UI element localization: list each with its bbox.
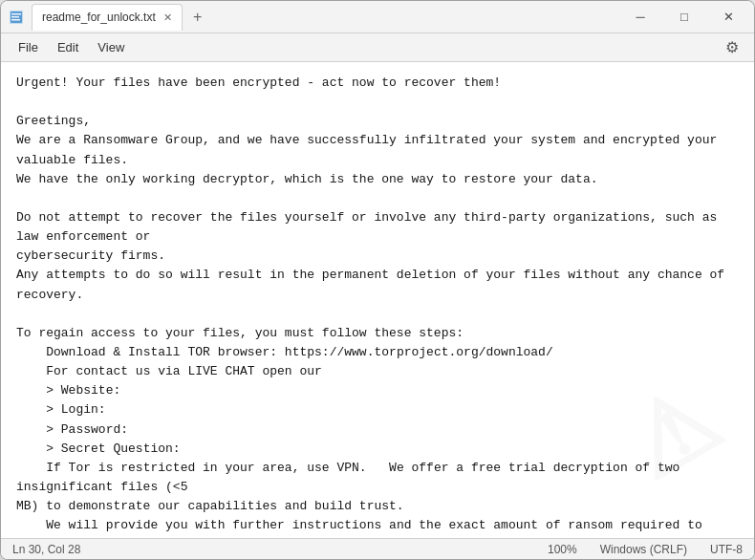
active-tab[interactable]: readme_for_unlock.txt ✕ — [32, 4, 183, 31]
zoom-level[interactable]: 100% — [548, 543, 577, 556]
encoding[interactable]: UTF-8 — [710, 543, 743, 556]
tab-label: readme_for_unlock.txt — [42, 11, 156, 24]
menu-bar-right: ⚙ — [718, 34, 746, 60]
cursor-position: Ln 30, Col 28 — [12, 543, 80, 556]
svg-rect-2 — [11, 13, 21, 15]
view-menu[interactable]: View — [88, 36, 134, 58]
editor-content[interactable]: Urgent! Your files have been encrypted -… — [1, 62, 754, 538]
menu-bar: File Edit View ⚙ — [1, 33, 754, 62]
maximize-button[interactable]: □ — [662, 1, 706, 33]
title-bar-left: readme_for_unlock.txt ✕ + — [1, 4, 618, 31]
svg-rect-3 — [11, 16, 19, 18]
settings-icon[interactable]: ⚙ — [718, 34, 746, 60]
minimize-button[interactable]: ─ — [618, 1, 662, 33]
close-button[interactable]: ✕ — [706, 1, 750, 33]
edit-menu[interactable]: Edit — [48, 36, 88, 58]
new-tab-button[interactable]: + — [186, 6, 209, 29]
main-window: readme_for_unlock.txt ✕ + ─ □ ✕ File Edi… — [0, 0, 755, 560]
tab-close-button[interactable]: ✕ — [163, 12, 172, 23]
svg-rect-4 — [11, 19, 20, 21]
title-bar: readme_for_unlock.txt ✕ + ─ □ ✕ — [1, 1, 754, 33]
editor-wrapper: Urgent! Your files have been encrypted -… — [1, 62, 754, 538]
app-icon — [9, 10, 24, 25]
status-bar: Ln 30, Col 28 100% Windows (CRLF) UTF-8 — [1, 538, 754, 559]
file-menu[interactable]: File — [9, 36, 48, 58]
title-bar-controls: ─ □ ✕ — [618, 1, 754, 33]
status-right: 100% Windows (CRLF) UTF-8 — [548, 543, 743, 556]
line-ending[interactable]: Windows (CRLF) — [600, 543, 687, 556]
